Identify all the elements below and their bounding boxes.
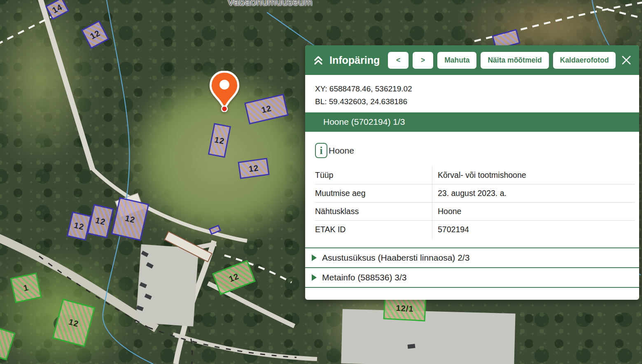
- table-row: ETAK ID 5702194: [315, 221, 635, 239]
- building-label: 14: [51, 2, 64, 15]
- feature-section-title: Hoone (5702194) 1/3: [323, 117, 405, 127]
- feature-info-row: i Hoone: [315, 142, 639, 159]
- attribute-label: ETAK ID: [315, 225, 432, 234]
- prev-result-button[interactable]: <: [388, 52, 409, 69]
- close-icon[interactable]: [620, 54, 633, 66]
- feature-section-header[interactable]: Hoone (5702194) 1/3: [305, 112, 639, 132]
- building-label: 12: [261, 103, 273, 115]
- collapsed-section-label: Metainfo (588536) 3/3: [322, 273, 406, 282]
- map-place-label: Vabaõhumuuseum: [227, 0, 313, 8]
- building-label: 12: [73, 220, 85, 232]
- attribute-value: Hoone: [432, 203, 635, 220]
- table-row: Nähtusklass Hoone: [315, 203, 635, 221]
- building-label: 12: [95, 215, 107, 227]
- next-result-button[interactable]: >: [413, 52, 433, 69]
- map-pin-icon: [208, 71, 240, 112]
- fit-button[interactable]: Mahuta: [437, 52, 476, 69]
- bl-coordinates: BL: 59.432603, 24.638186: [315, 95, 629, 108]
- oblique-photos-button[interactable]: Kaldaerofotod: [553, 52, 616, 69]
- attribute-label: Tüüp: [315, 170, 432, 180]
- section-metainfo[interactable]: Metainfo (588536) 3/3: [305, 268, 639, 288]
- building-label: 12/1: [396, 303, 414, 313]
- building-label: 12: [124, 213, 136, 225]
- expand-arrow-icon: [312, 254, 317, 261]
- xy-coordinates: XY: 6588478.46, 536219.02: [315, 82, 629, 95]
- table-row: Muutmise aeg 23. august 2023. a.: [315, 184, 635, 203]
- expand-arrow-icon: [312, 274, 317, 281]
- building-label: 12: [248, 163, 259, 174]
- chevron-double-up-icon[interactable]: [313, 55, 324, 65]
- attribute-value: Kõrval- või tootmishoone: [432, 166, 635, 184]
- building-label: 12: [68, 317, 79, 329]
- panel-header: Infopäring < > Mahuta Näita mõõtmeid Kal…: [305, 45, 639, 75]
- attributes-table: Tüüp Kõrval- või tootmishoone Muutmise a…: [315, 166, 635, 239]
- panel-title: Infopäring: [329, 54, 380, 66]
- show-measurements-button[interactable]: Näita mõõtmeid: [481, 52, 549, 69]
- info-query-panel: Infopäring < > Mahuta Näita mõõtmeid Kal…: [305, 45, 639, 300]
- attribute-label: Nähtusklass: [315, 207, 432, 216]
- info-icon[interactable]: i: [315, 143, 327, 158]
- attribute-value: 5702194: [432, 221, 635, 239]
- map-canvas[interactable]: 14 12 12 12 12 12 12 12 1 12 12 12/1 Vab…: [0, 0, 642, 364]
- attribute-label: Muutmise aeg: [315, 189, 432, 198]
- building-label: 12: [228, 271, 240, 284]
- table-row: Tüüp Kõrval- või tootmishoone: [315, 166, 635, 184]
- attribute-value: 23. august 2023. a.: [432, 184, 635, 202]
- coordinates-block: XY: 6588478.46, 536219.02 BL: 59.432603,…: [305, 75, 639, 112]
- building-label: 12: [214, 135, 225, 146]
- building-label: 1: [23, 282, 30, 293]
- collapsed-section-label: Asustusüksus (Haabersti linnaosa) 2/3: [322, 253, 469, 263]
- section-asustusuksus[interactable]: Asustusüksus (Haabersti linnaosa) 2/3: [305, 248, 639, 268]
- building-label: 12: [89, 28, 102, 41]
- feature-name: Hoone: [329, 146, 354, 156]
